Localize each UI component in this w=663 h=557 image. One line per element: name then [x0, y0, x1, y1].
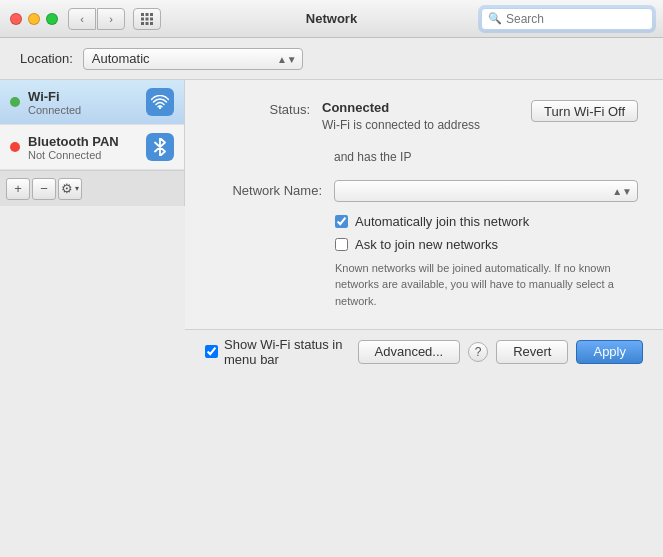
bt-status: Not Connected — [28, 149, 146, 161]
location-bar: Location: Automatic ▲▼ — [0, 38, 663, 80]
location-label: Location: — [20, 51, 73, 66]
sidebar-item-bt-text: Bluetooth PAN Not Connected — [28, 134, 146, 161]
bluetooth-indicator — [10, 142, 20, 152]
network-name-row: Network Name: ▲▼ — [210, 180, 638, 202]
advanced-button[interactable]: Advanced... — [358, 340, 461, 364]
window-title: Network — [306, 11, 357, 26]
location-select[interactable]: Automatic — [83, 48, 303, 70]
status-value: Connected — [322, 100, 389, 115]
remove-network-button[interactable]: − — [32, 178, 56, 200]
auto-join-checkbox[interactable] — [335, 215, 348, 228]
show-wifi-label: Show Wi-Fi status in menu bar — [224, 337, 358, 367]
bottom-right-buttons: Advanced... ? Revert Apply — [358, 340, 643, 364]
status-row: Status: Connected Wi-Fi is connected to … — [210, 100, 638, 134]
wifi-name: Wi-Fi — [28, 89, 146, 104]
ask-join-checkbox[interactable] — [335, 238, 348, 251]
forward-button[interactable]: › — [97, 8, 125, 30]
network-settings-button[interactable]: ⚙ ▾ — [58, 178, 82, 200]
status-info: Connected Wi-Fi is connected to address — [322, 100, 519, 134]
show-wifi-check: Show Wi-Fi status in menu bar — [205, 337, 358, 367]
help-button[interactable]: ? — [468, 342, 488, 362]
nav-buttons: ‹ › — [68, 8, 125, 30]
titlebar: ‹ › Network 🔍 — [0, 0, 663, 38]
svg-rect-2 — [150, 13, 153, 16]
svg-rect-6 — [141, 22, 144, 25]
location-select-wrapper: Automatic ▲▼ — [83, 48, 303, 70]
gear-icon: ⚙ — [61, 181, 73, 196]
bt-name: Bluetooth PAN — [28, 134, 146, 149]
svg-rect-8 — [150, 22, 153, 25]
main-area: Wi-Fi Connected — [0, 80, 663, 373]
auto-join-row: Automatically join this network — [335, 214, 638, 229]
panel-container: Status: Connected Wi-Fi is connected to … — [185, 80, 663, 373]
wifi-indicator — [10, 97, 20, 107]
ip-row: and has the IP — [210, 150, 638, 164]
search-box[interactable]: 🔍 — [481, 8, 653, 30]
back-button[interactable]: ‹ — [68, 8, 96, 30]
sidebar-item-bluetooth[interactable]: Bluetooth PAN Not Connected — [0, 125, 184, 170]
search-icon: 🔍 — [488, 12, 502, 25]
ip-detail: and has the IP — [334, 150, 411, 164]
svg-point-9 — [159, 107, 161, 109]
network-name-select[interactable] — [334, 180, 638, 202]
status-label: Status: — [210, 100, 310, 117]
svg-rect-7 — [146, 22, 149, 25]
apply-button[interactable]: Apply — [576, 340, 643, 364]
gear-chevron-icon: ▾ — [75, 184, 79, 193]
bluetooth-icon — [146, 133, 174, 161]
ask-join-label: Ask to join new networks — [355, 237, 498, 252]
status-details: Wi-Fi is connected to address — [322, 117, 519, 134]
show-wifi-checkbox[interactable] — [205, 345, 218, 358]
turn-wifi-button[interactable]: Turn Wi-Fi Off — [531, 100, 638, 122]
svg-rect-3 — [141, 17, 144, 20]
svg-rect-0 — [141, 13, 144, 16]
network-name-select-wrapper: ▲▼ — [334, 180, 638, 202]
sidebar-item-wifi[interactable]: Wi-Fi Connected — [0, 80, 184, 125]
bottom-bar: Show Wi-Fi status in menu bar Advanced..… — [185, 329, 663, 373]
sidebar: Wi-Fi Connected — [0, 80, 185, 170]
sidebar-bottom-bar: + − ⚙ ▾ — [0, 170, 185, 206]
ask-join-row: Ask to join new networks — [335, 237, 638, 252]
wifi-icon — [146, 88, 174, 116]
right-panel: Status: Connected Wi-Fi is connected to … — [185, 80, 663, 329]
add-network-button[interactable]: + — [6, 178, 30, 200]
search-input[interactable] — [506, 12, 646, 26]
wifi-status: Connected — [28, 104, 146, 116]
sidebar-item-wifi-text: Wi-Fi Connected — [28, 89, 146, 116]
svg-rect-1 — [146, 13, 149, 16]
svg-rect-4 — [146, 17, 149, 20]
traffic-lights — [10, 13, 58, 25]
close-button[interactable] — [10, 13, 22, 25]
maximize-button[interactable] — [46, 13, 58, 25]
network-name-label: Network Name: — [210, 183, 322, 198]
auto-join-label: Automatically join this network — [355, 214, 529, 229]
revert-button[interactable]: Revert — [496, 340, 568, 364]
sidebar-container: Wi-Fi Connected — [0, 80, 185, 373]
app-grid-button[interactable] — [133, 8, 161, 30]
svg-rect-5 — [150, 17, 153, 20]
ask-join-description: Known networks will be joined automatica… — [335, 260, 638, 310]
minimize-button[interactable] — [28, 13, 40, 25]
